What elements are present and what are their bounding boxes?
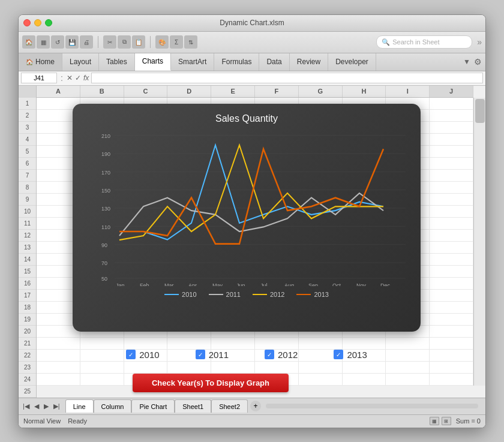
grid-cell[interactable]: [430, 254, 473, 265]
layout-view-icon[interactable]: ⊞: [442, 417, 451, 425]
tab-formulas[interactable]: Formulas: [214, 53, 259, 71]
tab-scrollbar[interactable]: [266, 404, 478, 408]
grid-cell[interactable]: [430, 110, 473, 121]
col-D[interactable]: D: [167, 86, 211, 97]
tab-data[interactable]: Data: [259, 53, 289, 71]
grid-cell[interactable]: [80, 362, 124, 373]
sheet-tab-piechart[interactable]: Pie Chart: [131, 399, 175, 413]
grid-cell[interactable]: [211, 362, 255, 373]
col-G[interactable]: G: [299, 86, 343, 97]
grid-cell[interactable]: [211, 338, 255, 349]
paste-icon[interactable]: 📋: [132, 35, 145, 49]
close-button[interactable]: [23, 19, 31, 26]
formula-input[interactable]: [91, 73, 483, 83]
tab-prev-btn[interactable]: ◀: [32, 402, 41, 411]
grid-cell[interactable]: [386, 338, 430, 349]
home-toolbar-icon[interactable]: 🏠: [22, 35, 35, 49]
grid-toolbar-icon[interactable]: ▦: [37, 35, 50, 49]
grid-cell[interactable]: [430, 194, 473, 205]
grid-cell[interactable]: [386, 362, 430, 373]
formula-confirm-btn[interactable]: ✓: [75, 74, 81, 82]
sort-icon[interactable]: ⇅: [184, 35, 197, 49]
table-row[interactable]: [37, 338, 473, 350]
col-E[interactable]: E: [211, 86, 255, 97]
col-F[interactable]: F: [255, 86, 299, 97]
ribbon-settings-icon[interactable]: ⚙: [474, 57, 482, 67]
add-sheet-button[interactable]: +: [250, 401, 261, 411]
tab-first-btn[interactable]: |◀: [21, 402, 31, 411]
paint-icon[interactable]: 🎨: [155, 35, 169, 49]
grid-cell[interactable]: [124, 338, 168, 349]
normal-view-icon[interactable]: ▦: [430, 417, 439, 425]
col-C[interactable]: C: [124, 86, 168, 97]
sheet-tab-column[interactable]: Column: [94, 399, 132, 413]
grid-cell[interactable]: [299, 338, 343, 349]
grid-cell[interactable]: [299, 362, 343, 373]
formula-cancel-btn[interactable]: ✕: [67, 74, 73, 82]
grid-cell[interactable]: [80, 338, 124, 349]
grid-cell[interactable]: [430, 206, 473, 217]
tab-layout[interactable]: Layout: [62, 53, 99, 71]
grid-cell[interactable]: [255, 338, 299, 349]
grid-cell[interactable]: [124, 362, 168, 373]
sigma-icon[interactable]: Σ: [170, 35, 183, 49]
cell-reference-input[interactable]: [21, 73, 57, 83]
grid-cell[interactable]: [299, 374, 343, 385]
col-A[interactable]: A: [37, 86, 80, 97]
grid-cell[interactable]: [430, 302, 473, 313]
grid-cell[interactable]: [430, 158, 473, 169]
col-H[interactable]: H: [343, 86, 386, 97]
grid-cell[interactable]: [430, 314, 473, 325]
grid-cell[interactable]: [37, 374, 80, 385]
maximize-button[interactable]: [45, 19, 52, 26]
undo-toolbar-icon[interactable]: ↺: [51, 35, 64, 49]
checkbox-2012-box[interactable]: ✓: [265, 350, 274, 359]
grid-cell[interactable]: [167, 362, 211, 373]
col-J[interactable]: J: [430, 86, 473, 97]
col-I[interactable]: I: [386, 86, 430, 97]
grid-cell[interactable]: [37, 362, 80, 373]
grid-cell[interactable]: [430, 362, 473, 373]
grid-cell[interactable]: [430, 182, 473, 193]
copy-icon[interactable]: ⧉: [118, 35, 131, 49]
sheet-tab-sheet2[interactable]: Sheet2: [211, 399, 248, 413]
display-graph-button[interactable]: Check Year(s) To Display Graph: [133, 374, 289, 392]
table-row[interactable]: [37, 362, 473, 374]
tab-charts[interactable]: Charts: [135, 53, 171, 71]
grid-cell[interactable]: [430, 170, 473, 181]
ribbon-dropdown-icon[interactable]: ▼: [463, 58, 470, 66]
toolbar-overflow[interactable]: »: [477, 37, 482, 47]
formula-fx-btn[interactable]: fx: [83, 74, 89, 82]
grid-cell[interactable]: [343, 338, 386, 349]
sheet-tab-sheet1[interactable]: Sheet1: [175, 399, 211, 413]
tab-tables[interactable]: Tables: [99, 53, 135, 71]
grid-cell[interactable]: [430, 374, 473, 385]
grid-cell[interactable]: [167, 338, 211, 349]
grid-cell[interactable]: [430, 326, 473, 337]
scrollbar-thumb[interactable]: [475, 99, 485, 123]
grid-cell[interactable]: [343, 362, 386, 373]
tab-smartart[interactable]: SmartArt: [171, 53, 214, 71]
checkbox-2010[interactable]: ✓ 2010: [126, 350, 159, 360]
grid-cell[interactable]: [80, 374, 124, 385]
grid-cell[interactable]: [430, 230, 473, 241]
checkbox-2011[interactable]: ✓ 2011: [196, 350, 229, 360]
grid-cell[interactable]: [430, 242, 473, 253]
grid-cell[interactable]: [343, 374, 386, 385]
tab-next-btn[interactable]: ▶: [42, 402, 50, 411]
grid-cell[interactable]: [430, 146, 473, 157]
save-toolbar-icon[interactable]: 💾: [65, 35, 79, 49]
search-box[interactable]: 🔍 Search in Sheet: [376, 35, 472, 49]
grid-cell[interactable]: [430, 218, 473, 229]
grid-cell[interactable]: [430, 338, 473, 349]
grid-cell[interactable]: [37, 338, 80, 349]
tab-last-btn[interactable]: ▶|: [52, 402, 62, 411]
grid-cell[interactable]: [430, 278, 473, 289]
checkbox-2011-box[interactable]: ✓: [196, 350, 205, 359]
grid-cell[interactable]: [430, 122, 473, 133]
grid-cell[interactable]: [430, 134, 473, 145]
grid-cell[interactable]: [430, 98, 473, 109]
tab-home[interactable]: 🏠 Home: [19, 53, 62, 71]
grid-cell[interactable]: [386, 374, 430, 385]
minimize-button[interactable]: [34, 19, 41, 26]
